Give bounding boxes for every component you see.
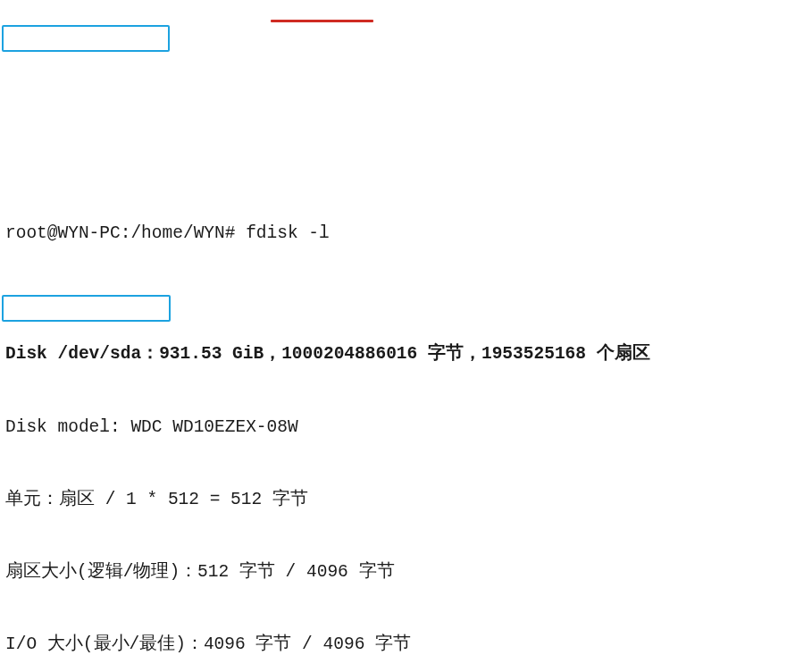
disk-sda-header: Disk /dev/sda：931.53 GiB，1000204886016 字…	[5, 342, 807, 366]
red-underline-annotation	[271, 20, 373, 22]
terminal-output: root@WYN-PC:/home/WYN# fdisk -l Disk /de…	[0, 0, 812, 672]
disk-sda-io-size: I/O 大小(最小/最佳)：4096 字节 / 4096 字节	[5, 633, 807, 657]
blue-box-sdb	[2, 295, 171, 322]
shell-prompt: root@WYN-PC:/home/WYN#	[5, 223, 246, 243]
blue-box-sda	[2, 25, 170, 52]
disk-sda-model: Disk model: WDC WD10EZEX-08W	[5, 416, 807, 440]
command-text: fdisk -l	[246, 223, 330, 243]
disk-sda-sector-size: 扇区大小(逻辑/物理)：512 字节 / 4096 字节	[5, 560, 807, 584]
disk-sda-unit: 单元：扇区 / 1 * 512 = 512 字节	[5, 488, 807, 512]
prompt-line: root@WYN-PC:/home/WYN# fdisk -l	[5, 222, 807, 246]
